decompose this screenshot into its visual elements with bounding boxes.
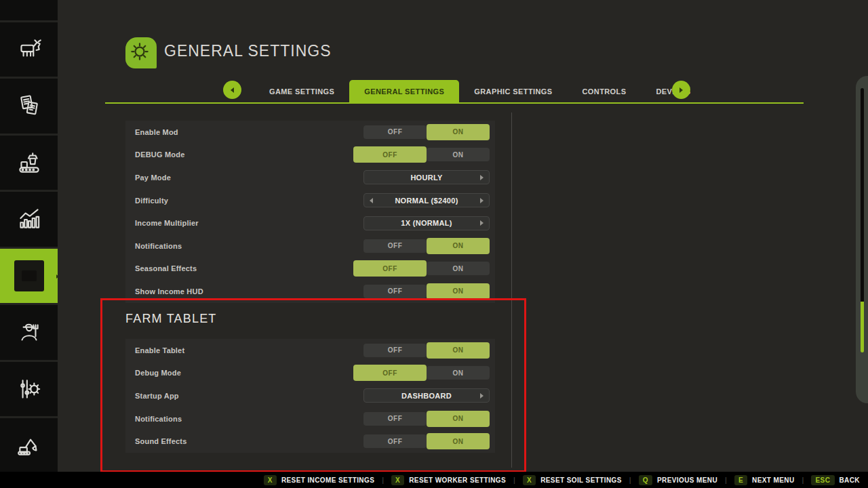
difficulty-select[interactable]: NORMAL ($2400) — [363, 193, 490, 207]
settings-row-startup-app: Startup AppDASHBOARD — [125, 384, 495, 407]
toggle-off-option[interactable]: OFF — [363, 285, 427, 298]
next-menu-action[interactable]: ENEXT MENU — [734, 475, 795, 485]
enable-tablet-toggle[interactable]: OFFON — [363, 342, 490, 359]
toggle-on-option[interactable]: ON — [427, 238, 490, 254]
farm-tablet-panel: Enable TabletOFFONDebug ModeOFFONStartup… — [125, 339, 495, 453]
reset-worker-settings-action[interactable]: XRESET WORKER SETTINGS — [391, 475, 506, 485]
previous-menu-action[interactable]: QPREVIOUS MENU — [639, 475, 717, 485]
key-q-badge: Q — [639, 475, 652, 485]
tab-general-settings[interactable]: GENERAL SETTINGS — [349, 80, 459, 103]
settings-row-sound-effects: Sound EffectsOFFON — [125, 430, 495, 453]
right-arrow-icon — [679, 87, 683, 93]
general-settings-app-icon — [125, 37, 157, 68]
farmer-icon — [15, 318, 43, 346]
tab-underline — [105, 102, 804, 104]
settings-row-enable-tablet: Enable TabletOFFON — [125, 339, 495, 362]
sidebar-item-settings[interactable] — [0, 362, 58, 419]
tab-game-settings[interactable]: GAME SETTINGS — [254, 80, 349, 103]
sidebar-item-animals[interactable] — [0, 22, 58, 79]
back-action[interactable]: ESCBACK — [811, 475, 860, 485]
startup-app-select[interactable]: DASHBOARD — [363, 388, 490, 403]
settings-row-pay-mode: Pay ModeHOURLY — [125, 166, 495, 189]
separator: | — [382, 476, 384, 484]
sidebar-item-statistics[interactable] — [0, 192, 58, 249]
notifications-toggle[interactable]: OFFON — [363, 238, 490, 254]
right-arrow-icon[interactable] — [480, 217, 484, 230]
toggle-on-option[interactable]: ON — [427, 124, 490, 140]
select-value: NORMAL ($2400) — [395, 197, 458, 205]
excavator-icon — [15, 431, 43, 460]
action-label: BACK — [840, 476, 861, 484]
right-arrow-icon[interactable] — [480, 171, 484, 184]
app-window: GENERAL SETTINGS GAME SETTINGSGENERAL SE… — [0, 0, 868, 488]
notifications-label: Notifications — [135, 242, 182, 250]
tuning-icon — [15, 375, 43, 403]
sidebar-item-screen[interactable] — [0, 0, 58, 22]
toggle-on-option[interactable]: ON — [427, 366, 490, 380]
page-scroll-indicator[interactable] — [856, 76, 868, 403]
toggle-on-option[interactable]: ON — [427, 411, 490, 427]
action-label: PREVIOUS MENU — [657, 476, 717, 484]
reset-soil-settings-action[interactable]: XRESET SOIL SETTINGS — [523, 475, 622, 485]
settings-row-difficulty: DifficultyNORMAL ($2400) — [125, 189, 495, 212]
reset-income-settings-action[interactable]: XRESET INCOME SETTINGS — [264, 475, 374, 485]
sidebar-item-contracts[interactable] — [0, 79, 58, 136]
select-value: DASHBOARD — [401, 392, 452, 400]
sound-effects-toggle[interactable]: OFFON — [363, 433, 490, 449]
left-arrow-icon[interactable] — [370, 194, 373, 207]
toggle-on-option[interactable]: ON — [427, 262, 490, 275]
toggle-off-option[interactable]: OFF — [363, 239, 427, 253]
startup-app-label: Startup App — [135, 392, 179, 400]
tabs-prev-button[interactable] — [223, 81, 241, 99]
tab-controls[interactable]: CONTROLS — [568, 80, 642, 103]
settings-list-scrollbar[interactable] — [511, 113, 512, 468]
sidebar-item-production[interactable] — [0, 136, 58, 192]
production-icon — [15, 148, 43, 177]
farm-tablet-section-title: FARM TABLET — [125, 312, 217, 326]
seasonal-effects-label: Seasonal Effects — [135, 264, 197, 272]
toggle-on-option[interactable]: ON — [427, 342, 490, 359]
toggle-on-option[interactable]: ON — [427, 148, 490, 161]
toggle-off-option[interactable]: OFF — [363, 344, 427, 357]
difficulty-label: Difficulty — [135, 197, 168, 205]
settings-row-notifications: NotificationsOFFON — [125, 235, 495, 258]
toggle-on-option[interactable]: ON — [427, 433, 490, 449]
separator: | — [513, 476, 515, 484]
key-x-badge: X — [264, 475, 277, 485]
sidebar-item-workers[interactable] — [0, 305, 58, 362]
tab-graphic-settings[interactable]: GRAPHIC SETTINGS — [459, 80, 567, 103]
show-income-hud-toggle[interactable]: OFFON — [363, 283, 490, 300]
toggle-off-option[interactable]: OFF — [363, 125, 427, 139]
sidebar-item-construction[interactable] — [0, 418, 58, 475]
toggle-off-option[interactable]: OFF — [353, 260, 427, 277]
left-arrow-icon — [231, 87, 234, 93]
toggle-off-option[interactable]: OFF — [363, 412, 427, 426]
right-arrow-icon[interactable] — [480, 194, 484, 207]
tabs-next-button[interactable] — [672, 81, 690, 99]
enable-mod-toggle[interactable]: OFFON — [363, 124, 490, 140]
separator: | — [629, 476, 631, 484]
settings-row-show-income-hud: Show Income HUDOFFON — [125, 280, 495, 303]
debug-mode-label: DEBUG Mode — [135, 150, 185, 159]
notifications-toggle[interactable]: OFFON — [363, 411, 490, 427]
scroll-thumb — [861, 302, 864, 352]
settings-row-debug-mode: DEBUG ModeOFFON — [125, 144, 495, 167]
right-arrow-icon[interactable] — [480, 389, 484, 402]
pay-mode-select[interactable]: HOURLY — [363, 170, 490, 184]
sidebar-item-farm-tablet[interactable] — [0, 249, 58, 306]
toggle-off-option[interactable]: OFF — [353, 365, 427, 381]
debug-mode-toggle[interactable]: OFFON — [363, 365, 490, 381]
settings-row-debug-mode: Debug ModeOFFON — [125, 362, 495, 385]
toggle-on-option[interactable]: ON — [427, 283, 490, 300]
general-settings-panel: Enable ModOFFONDEBUG ModeOFFONPay ModeHO… — [125, 121, 495, 303]
toggle-off-option[interactable]: OFF — [353, 146, 427, 163]
seasonal-effects-toggle[interactable]: OFFON — [363, 260, 490, 277]
key-x-badge: X — [523, 475, 536, 485]
pay-mode-label: Pay Mode — [135, 174, 171, 182]
income-multiplier-select[interactable]: 1X (NORMAL) — [363, 216, 490, 230]
debug-mode-toggle[interactable]: OFFON — [363, 146, 490, 163]
gear-icon — [130, 41, 150, 62]
toggle-off-option[interactable]: OFF — [363, 434, 427, 448]
active-item-arrow — [52, 271, 58, 283]
notifications-label: Notifications — [135, 415, 182, 423]
